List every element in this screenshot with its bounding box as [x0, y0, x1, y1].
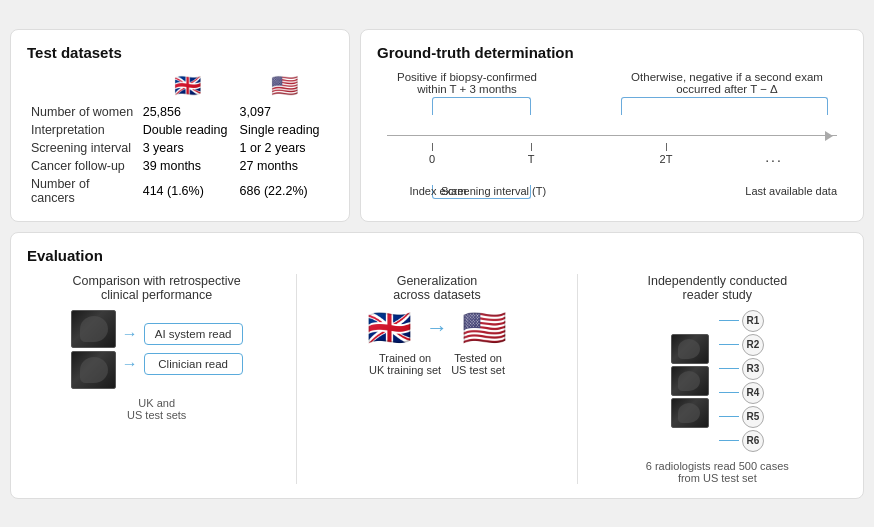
row-uk-val: 39 months: [139, 157, 236, 175]
eval-sections: Comparison with retrospective clinical p…: [27, 274, 847, 484]
reader-row: R5: [719, 406, 764, 428]
evaluation-card: Evaluation Comparison with retrospective…: [10, 232, 864, 499]
reader-line: [719, 368, 739, 369]
ai-read-box: AI system read: [144, 323, 243, 345]
test-datasets-table: 🇬🇧 🇺🇸 Number of women 25,856 3,097 Inter…: [27, 71, 333, 207]
reader-diagram: R1 R2 R3 R4 R5 R6: [671, 310, 764, 452]
reader-circle: R3: [742, 358, 764, 380]
generalization-diagram: 🇬🇧 → 🇺🇸: [367, 310, 507, 346]
reader-mammo-stack: [671, 334, 709, 428]
reader-row: R3: [719, 358, 764, 380]
mammo-image-1: [71, 310, 116, 348]
arrow-clinician: →: [122, 355, 138, 373]
row-label: Interpretation: [27, 121, 139, 139]
reader-circle: R4: [742, 382, 764, 404]
reader-line: [719, 320, 739, 321]
ground-truth-title: Ground-truth determination: [377, 44, 847, 61]
gen-us: 🇺🇸: [462, 310, 507, 346]
reader-circle: R5: [742, 406, 764, 428]
mammo-stack: [71, 310, 116, 389]
eval-section1-sublabel: UK and US test sets: [127, 397, 186, 421]
screening-interval-label: Screening interval (T): [441, 185, 546, 197]
divider-1: [296, 274, 297, 484]
annotation-positive: Positive if biopsy-confirmed within T + …: [387, 71, 547, 95]
row-us-val: 1 or 2 years: [236, 139, 333, 157]
test-table-row: Cancer follow-up 39 months 27 months: [27, 157, 333, 175]
tick-T: [531, 143, 532, 151]
reader-circle: R2: [742, 334, 764, 356]
flag-uk-header: 🇬🇧: [139, 71, 236, 103]
test-table-row: Interpretation Double reading Single rea…: [27, 121, 333, 139]
gen-flag-us: 🇺🇸: [462, 310, 507, 346]
row-label: Cancer follow-up: [27, 157, 139, 175]
row-uk-val: 3 years: [139, 139, 236, 157]
reader-line: [719, 344, 739, 345]
brace-positive: [432, 97, 531, 115]
row-uk-val: Double reading: [139, 121, 236, 139]
reader-circle: R1: [742, 310, 764, 332]
arrows-col: → →: [122, 325, 138, 373]
flag-us-header: 🇺🇸: [236, 71, 333, 103]
gen-tested-label: Tested on US test set: [451, 352, 505, 376]
timeline-line: 0 T 2T ...: [387, 121, 837, 151]
row-uk-val: 414 (1.6%): [139, 175, 236, 207]
divider-2: [577, 274, 578, 484]
reader-mammo-1: [671, 334, 709, 364]
test-table-row: Number of women 25,856 3,097: [27, 103, 333, 121]
reader-row: R2: [719, 334, 764, 356]
eval-section-comparison: Comparison with retrospective clinical p…: [27, 274, 286, 421]
gen-flag-uk: 🇬🇧: [367, 310, 412, 346]
mammo-image-2: [71, 351, 116, 389]
tick-label-dots: ...: [765, 149, 783, 165]
timeline-arrow: [387, 135, 837, 137]
row-uk-val: 25,856: [139, 103, 236, 121]
timeline-container: Positive if biopsy-confirmed within T + …: [377, 71, 847, 199]
top-row: Test datasets 🇬🇧 🇺🇸 Number of women 25,8…: [10, 29, 864, 222]
tick-0: [432, 143, 433, 151]
test-table-row: Screening interval 3 years 1 or 2 years: [27, 139, 333, 157]
row-us-val: 3,097: [236, 103, 333, 121]
read-boxes: AI system read Clinician read: [144, 323, 243, 375]
clinician-read-box: Clinician read: [144, 353, 243, 375]
test-datasets-card: Test datasets 🇬🇧 🇺🇸 Number of women 25,8…: [10, 29, 350, 222]
ground-truth-card: Ground-truth determination Positive if b…: [360, 29, 864, 222]
test-table-row: Number of cancers 414 (1.6%) 686 (22.2%): [27, 175, 333, 207]
eval-section-reader: Independently conducted reader study R1 …: [588, 274, 847, 484]
eval-section3-sublabel: 6 radiologists read 500 cases from US te…: [646, 460, 789, 484]
reader-mammo-3: [671, 398, 709, 428]
row-label: Number of women: [27, 103, 139, 121]
brace-negative: [621, 97, 828, 115]
tick-label-0: 0: [429, 153, 435, 165]
row-us-val: 27 months: [236, 157, 333, 175]
evaluation-title: Evaluation: [27, 247, 847, 264]
comparison-diagram: → → AI system read Clinician read: [71, 310, 243, 389]
annotation-negative: Otherwise, negative if a second exam occ…: [617, 71, 837, 95]
eval-section2-title: Generalization across datasets: [393, 274, 481, 302]
gen-arrow: →: [426, 315, 448, 341]
reader-mammo-2: [671, 366, 709, 396]
tick-label-T: T: [528, 153, 535, 165]
eval-section-generalization: Generalization across datasets 🇬🇧 → 🇺🇸 T…: [307, 274, 566, 376]
main-container: Test datasets 🇬🇧 🇺🇸 Number of women 25,8…: [0, 19, 874, 509]
tick-2T: [666, 143, 667, 151]
reader-row: R1: [719, 310, 764, 332]
reader-line: [719, 392, 739, 393]
row-label: Number of cancers: [27, 175, 139, 207]
arrow-ai: →: [122, 325, 138, 343]
reader-line: [719, 440, 739, 441]
reader-row: R6: [719, 430, 764, 452]
eval-section3-title: Independently conducted reader study: [647, 274, 787, 302]
row-us-val: 686 (22.2%): [236, 175, 333, 207]
row-us-val: Single reading: [236, 121, 333, 139]
gen-uk: 🇬🇧: [367, 310, 412, 346]
last-data-label: Last available data: [745, 185, 837, 197]
eval-section1-title: Comparison with retrospective clinical p…: [73, 274, 241, 302]
row-label: Screening interval: [27, 139, 139, 157]
reader-row: R4: [719, 382, 764, 404]
gen-labels: Trained on UK training set Tested on US …: [369, 352, 505, 376]
readers-col: R1 R2 R3 R4 R5 R6: [719, 310, 764, 452]
reader-line: [719, 416, 739, 417]
tick-label-2T: 2T: [660, 153, 673, 165]
gen-trained-label: Trained on UK training set: [369, 352, 441, 376]
reader-circle: R6: [742, 430, 764, 452]
